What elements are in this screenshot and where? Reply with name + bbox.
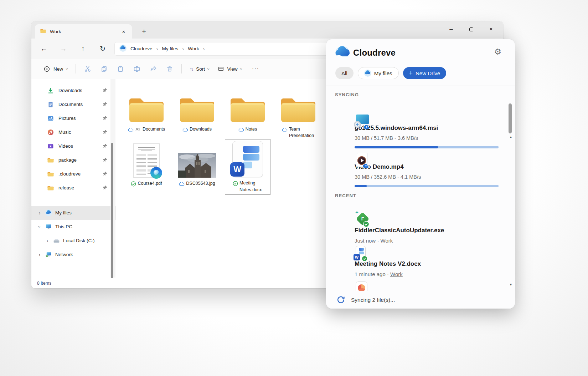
sidebar-item-cloudreve-folder[interactable]: .cloudreve: [31, 167, 116, 181]
chevron-right-icon[interactable]: ›: [37, 210, 42, 216]
scroll-down-icon[interactable]: ▼: [509, 283, 512, 286]
sidebar-item-pictures[interactable]: Pictures: [31, 111, 116, 125]
sidebar-item-release[interactable]: release: [31, 181, 116, 195]
new-tab-button[interactable]: +: [137, 24, 151, 39]
maximize-icon: [469, 27, 473, 31]
music-icon: [47, 129, 54, 136]
chevron-down-icon: ›: [65, 68, 70, 70]
file-tile-dsc05543-jpg[interactable]: DSC05543.jpg: [172, 139, 222, 195]
cut-button[interactable]: [79, 62, 96, 75]
shared-people-icon: [135, 127, 141, 134]
filter-my-files-chip[interactable]: My files: [358, 67, 399, 79]
sidebar-scrollbar[interactable]: [110, 79, 115, 278]
syncing-file-progress-text: 30 MB / 352.6 MB - 4.1 MB/s: [355, 174, 492, 180]
recent-file-location-link[interactable]: Work: [390, 271, 403, 277]
word-logo: W: [354, 254, 360, 260]
share-button[interactable]: [145, 62, 161, 75]
sidebar-item-package[interactable]: package: [31, 153, 116, 167]
clipboard-icon: [117, 65, 124, 72]
sidebar-item-label: package: [58, 157, 77, 163]
sidebar-item-my-files[interactable]: › My files: [31, 206, 116, 220]
sidebar-scrollbar-thumb[interactable]: [111, 143, 113, 284]
plus-icon: +: [409, 70, 413, 76]
folder-icon: [40, 28, 46, 35]
chevron-down-icon: ›: [206, 68, 211, 70]
chevron-right-icon[interactable]: ›: [37, 252, 42, 258]
breadcrumb-root[interactable]: Cloudreve: [130, 46, 153, 51]
breadcrumb-my-files[interactable]: My files: [162, 46, 179, 51]
sidebar-item-documents[interactable]: Documents: [31, 97, 116, 111]
word-document-icon: W: [232, 141, 263, 177]
chevron-right-icon[interactable]: ›: [45, 238, 50, 244]
syncing-item-video[interactable]: Video Demo.mp4 30 MB / 352.6 MB - 4.1 MB…: [335, 148, 492, 187]
filter-all-chip[interactable]: All: [335, 67, 354, 79]
folder-icon: [280, 95, 317, 123]
powerpoint-file-icon: [355, 281, 369, 291]
sidebar-item-music[interactable]: Music: [31, 125, 116, 139]
rename-button[interactable]: [129, 62, 145, 75]
pin-icon: [103, 185, 108, 191]
recent-file-location-link[interactable]: Work: [381, 238, 393, 244]
copy-button[interactable]: [96, 62, 112, 75]
panel-scrollbar-thumb[interactable]: [509, 103, 512, 133]
up-button[interactable]: ↑: [77, 43, 89, 55]
gear-icon[interactable]: ⚙: [494, 48, 501, 56]
file-tile-course4-pdf[interactable]: Course4.pdf: [121, 139, 172, 195]
item-count: 8 items: [37, 281, 51, 286]
folder-tile-notes[interactable]: Notes: [222, 86, 273, 139]
minimize-button[interactable]: –: [441, 21, 461, 37]
recent-file-name: FiddlerClassicAutoUpdater.exe: [355, 227, 492, 234]
file-name: Meeting Notes.docx: [239, 180, 263, 193]
folder-icon: [47, 185, 54, 191]
sidebar-item-videos[interactable]: Videos: [31, 139, 116, 153]
sidebar-item-label: Pictures: [58, 116, 76, 121]
sidebar-item-this-pc[interactable]: › This PC: [31, 220, 116, 234]
recent-item-fiddler[interactable]: ✦ F FiddlerClassicAutoUpdater.exe Just n…: [335, 210, 492, 244]
forward-button[interactable]: →: [57, 43, 69, 55]
back-button[interactable]: ←: [38, 43, 50, 55]
folder-name: Downloads: [190, 126, 212, 133]
pin-icon: [103, 143, 108, 149]
maximize-button[interactable]: [461, 21, 481, 37]
view-button[interactable]: View ›: [213, 62, 246, 75]
sidebar-item-label: release: [58, 185, 74, 190]
more-options-button[interactable]: ···: [246, 65, 265, 72]
sidebar-divider: [37, 200, 110, 200]
tab-close-icon[interactable]: ×: [119, 27, 128, 36]
tab-work[interactable]: Work ×: [35, 24, 132, 39]
chevron-down-icon[interactable]: ›: [37, 224, 42, 229]
recent-file-name: Meeting Notes V2.docx: [355, 260, 492, 268]
folder-tile-documents[interactable]: Documents: [121, 86, 172, 139]
cloud-status-icon: [282, 127, 288, 134]
recent-file-time: Just now: [355, 238, 376, 244]
recent-item-presentation[interactable]: Presentation.pptx: [335, 281, 492, 291]
syncing-file-name: Video Demo.mp4: [355, 163, 492, 171]
folder-tile-team-presentation[interactable]: Team Presentation: [273, 86, 324, 139]
sidebar-item-network[interactable]: › Network: [31, 248, 116, 261]
delete-button[interactable]: [161, 62, 178, 75]
breadcrumb-work[interactable]: Work: [188, 46, 199, 51]
paste-button[interactable]: [112, 62, 129, 75]
progress-bar-fill: [355, 185, 367, 187]
pin-icon: [103, 88, 108, 94]
copy-icon: [100, 65, 108, 72]
new-drive-button[interactable]: + New Drive: [403, 67, 447, 79]
desktop: Work × + – × ← → ↑ ↻ Cloudreve: [0, 0, 588, 376]
sidebar-item-downloads[interactable]: Downloads: [31, 83, 116, 97]
file-tile-meeting-notes-docx[interactable]: W Meeting Notes.docx: [222, 139, 273, 195]
sort-button[interactable]: ↑↓ Sort ›: [185, 62, 213, 75]
recent-item-meeting-notes[interactable]: W Meeting Notes V2.docx 1 minute ago · W…: [335, 245, 492, 278]
synced-check-badge: [361, 255, 368, 262]
folder-tile-downloads[interactable]: Downloads: [172, 86, 222, 139]
cloudreve-drive-icon: [45, 209, 52, 216]
new-button[interactable]: New ›: [39, 62, 72, 75]
syncing-item-msi[interactable]: go1.25.5.windows-arm64.msi 30 MB / 51.7 …: [335, 109, 492, 148]
pin-icon: [103, 157, 108, 163]
refresh-button[interactable]: ↻: [97, 43, 109, 55]
scroll-up-icon[interactable]: ▲: [509, 135, 512, 139]
photo-thumbnail: [178, 153, 216, 178]
section-divider: [326, 185, 515, 185]
share-icon: [150, 65, 157, 72]
sidebar-item-local-disk-c[interactable]: › Local Disk (C:): [31, 234, 116, 248]
close-button[interactable]: ×: [481, 21, 501, 37]
